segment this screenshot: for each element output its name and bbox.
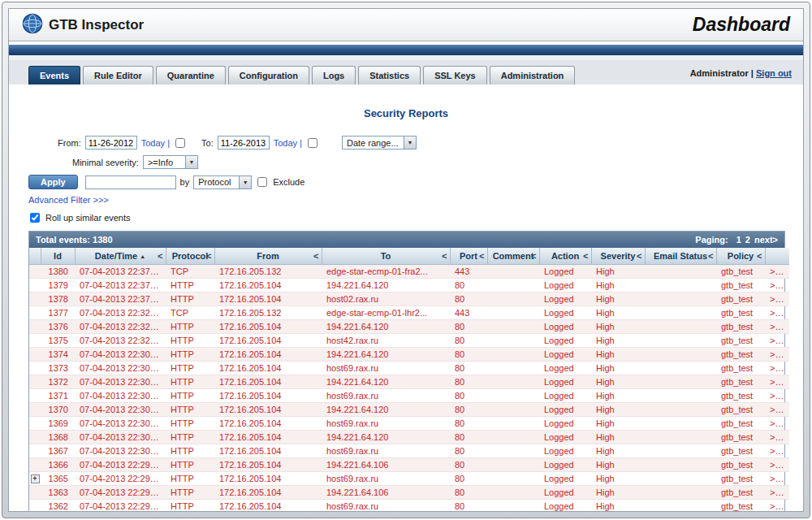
to-date-input[interactable]: [218, 136, 270, 150]
to-date-checkbox[interactable]: [308, 138, 317, 148]
cell-severity: High: [591, 361, 645, 375]
paging-page-2[interactable]: 2: [745, 235, 750, 245]
tab-events[interactable]: Events: [28, 66, 80, 84]
column-filter-icon[interactable]: <: [158, 251, 162, 261]
column-filter-icon[interactable]: <: [442, 251, 447, 261]
column-header-detail: [765, 248, 789, 264]
table-row: 136607-04-2013 22:29:54HTTP172.16.205.10…: [29, 457, 789, 471]
cell-severity: High: [591, 485, 645, 499]
tab-quarantine[interactable]: Quarantine: [156, 66, 226, 84]
event-detail-link[interactable]: >>>: [770, 294, 785, 304]
tab-configuration[interactable]: Configuration: [228, 66, 309, 84]
column-header-comment[interactable]: Comment<: [487, 248, 539, 264]
table-row: +136507-04-2013 22:29:54HTTP172.16.205.1…: [29, 471, 789, 485]
from-date-input[interactable]: [85, 136, 137, 150]
filter-by-select[interactable]: Protocol ▼: [193, 176, 252, 189]
column-header-date-time[interactable]: Date/Time▲<: [75, 248, 166, 264]
column-filter-icon[interactable]: <: [479, 251, 484, 261]
paging-next-link[interactable]: next>: [754, 235, 778, 245]
event-detail-link[interactable]: >>>: [770, 418, 785, 428]
exclude-checkbox[interactable]: [257, 177, 267, 187]
column-header-to[interactable]: To<: [322, 248, 450, 264]
event-detail-link[interactable]: >>>: [770, 266, 785, 276]
cell-from: 172.16.205.104: [214, 457, 322, 471]
cell-protocol: HTTP: [166, 471, 214, 485]
column-filter-icon[interactable]: <: [708, 251, 713, 261]
event-detail-link[interactable]: >>>: [770, 336, 785, 345]
column-header-label: Email Status: [654, 251, 707, 261]
column-filter-icon[interactable]: <: [531, 251, 536, 261]
event-detail-link[interactable]: >>>: [770, 432, 785, 442]
event-detail-link[interactable]: >>>: [770, 474, 785, 483]
cell-to: host69.rax.ru: [322, 416, 450, 430]
column-header-id[interactable]: Id: [41, 248, 75, 264]
advanced-filter-link[interactable]: Advanced Filter >>>: [28, 195, 109, 205]
tab-administration[interactable]: Administration: [490, 66, 576, 84]
cell-port: 80: [450, 319, 487, 333]
column-filter-icon[interactable]: <: [206, 251, 211, 261]
expand-row-button[interactable]: +: [31, 474, 40, 483]
cell-comment: [487, 444, 539, 457]
cell-port: 443: [450, 264, 487, 278]
event-detail-link[interactable]: >>>: [770, 280, 785, 290]
column-filter-icon[interactable]: <: [583, 251, 588, 261]
event-detail-link[interactable]: >>>: [770, 322, 785, 332]
table-row: 136307-04-2013 22:29:24HTTP172.16.205.10…: [29, 485, 789, 499]
cell-policy: gtb_test: [716, 402, 765, 416]
min-severity-select[interactable]: >=Info ▼: [143, 155, 198, 169]
apply-button[interactable]: Apply: [28, 175, 78, 189]
paging-pages: 12: [732, 235, 750, 245]
filter-text-input[interactable]: [85, 176, 176, 189]
event-detail-link[interactable]: >>>: [770, 488, 785, 497]
column-filter-icon[interactable]: <: [637, 251, 641, 261]
cell-datetime: 07-04-2013 22:30:04: [75, 416, 166, 430]
column-header-action[interactable]: Action<: [539, 248, 591, 264]
table-row: 137307-04-2013 22:30:58HTTP172.16.205.10…: [29, 361, 789, 375]
event-detail-link[interactable]: >>>: [770, 405, 785, 414]
column-filter-icon[interactable]: <: [313, 251, 318, 261]
column-filter-icon[interactable]: <: [757, 251, 762, 261]
event-detail-link[interactable]: >>>: [770, 460, 785, 470]
event-detail-link[interactable]: >>>: [770, 446, 785, 456]
tab-statistics[interactable]: Statistics: [358, 66, 421, 84]
from-date-checkbox[interactable]: [175, 138, 185, 148]
app-window: GTB Inspector Dashboard EventsRule Edito…: [8, 8, 804, 512]
event-detail-link[interactable]: >>>: [770, 501, 785, 511]
to-today-link[interactable]: Today |: [274, 138, 302, 148]
signout-link[interactable]: Sign out: [756, 68, 792, 78]
column-header-policy[interactable]: Policy<: [716, 248, 765, 264]
event-detail-link[interactable]: >>>: [770, 363, 785, 373]
cell-from: 172.16.205.104: [214, 402, 322, 416]
cell-from: 172.16.205.104: [214, 292, 322, 306]
tab-ssl-keys[interactable]: SSL Keys: [423, 66, 487, 84]
column-header-protocol[interactable]: Protocol<: [166, 248, 214, 264]
cell-id: 1362: [41, 499, 75, 512]
column-header-port[interactable]: Port<: [450, 248, 487, 264]
cell-protocol: HTTP: [166, 485, 214, 499]
event-detail-link[interactable]: >>>: [770, 377, 785, 387]
column-header-label: To: [381, 251, 391, 261]
cell-severity: High: [591, 347, 645, 361]
cell-id: 1378: [41, 292, 75, 306]
cell-from: 172.16.205.104: [214, 388, 322, 402]
column-header-from[interactable]: From<: [214, 248, 322, 264]
column-header-email-status[interactable]: Email Status<: [645, 248, 716, 264]
cell-port: 80: [450, 292, 487, 306]
column-header-severity[interactable]: Severity<: [591, 248, 645, 264]
event-detail-link[interactable]: >>>: [770, 308, 785, 318]
event-detail-link[interactable]: >>>: [770, 391, 785, 401]
cell-datetime: 07-04-2013 22:30:58: [75, 361, 166, 375]
rollup-checkbox[interactable]: [30, 213, 40, 223]
cell-severity: High: [591, 388, 645, 402]
events-table-body: 138007-04-2013 22:37:31TCP172.16.205.132…: [29, 264, 789, 512]
event-detail-link[interactable]: >>>: [770, 349, 785, 359]
cell-severity: High: [591, 444, 645, 457]
cell-action: Logged: [539, 444, 591, 457]
tab-rule-editor[interactable]: Rule Editor: [83, 66, 153, 84]
paging-page-1[interactable]: 1: [736, 235, 741, 245]
cell-protocol: HTTP: [166, 375, 214, 388]
tab-logs[interactable]: Logs: [312, 66, 356, 84]
date-range-select[interactable]: Date range... ▼: [342, 136, 417, 150]
from-today-link[interactable]: Today |: [141, 138, 170, 148]
cell-from: 172.16.205.104: [214, 347, 322, 361]
